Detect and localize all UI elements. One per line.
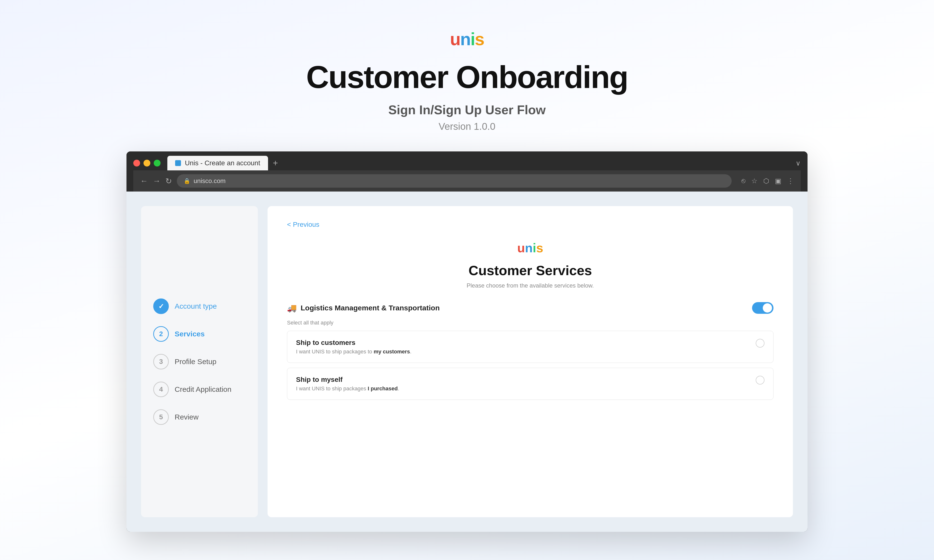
- extensions-icon[interactable]: ⬡: [763, 177, 769, 185]
- step-item-account-type: ✓ Account type: [153, 298, 246, 314]
- option-text-2: Ship to myself I want UNIS to ship packa…: [296, 376, 399, 392]
- browser-tab-active[interactable]: Unis - Create an account: [167, 156, 268, 171]
- step-circle-2: 2: [153, 326, 169, 342]
- browser-titlebar: Unis - Create an account + ∨ ← → ↻ 🔒 uni…: [126, 151, 808, 192]
- step-circle-3: 3: [153, 354, 169, 369]
- tab-collapse-button[interactable]: ∨: [795, 159, 801, 167]
- option-desc-prefix-1: I want UNIS to ship packages to: [296, 349, 372, 355]
- option-card-ship-to-myself[interactable]: Ship to myself I want UNIS to ship packa…: [287, 368, 774, 400]
- previous-button[interactable]: < Previous: [287, 221, 774, 228]
- step-label-1: Account type: [175, 302, 217, 311]
- step-item-credit: 4 Credit Application: [153, 382, 246, 397]
- option-text-1: Ship to customers I want UNIS to ship pa…: [296, 339, 412, 355]
- section-description: Please choose from the available service…: [287, 282, 774, 289]
- back-button[interactable]: ←: [140, 177, 148, 185]
- option-title-1: Ship to customers: [296, 339, 412, 346]
- logo-i: i: [470, 29, 475, 49]
- stepper-sidebar: ✓ Account type 2 Services 3 Profile Setu…: [141, 206, 258, 517]
- browser-dots: [133, 160, 160, 166]
- menu-icon[interactable]: ⋮: [787, 177, 794, 185]
- step-circle-5: 5: [153, 409, 169, 425]
- unis-logo-large: unis: [450, 29, 484, 49]
- browser-content: ✓ Account type 2 Services 3 Profile Setu…: [126, 192, 808, 532]
- step-label-4: Credit Application: [175, 385, 231, 394]
- option-desc-suffix-2: .: [398, 386, 399, 392]
- small-logo-n: n: [525, 241, 533, 255]
- small-logo-s: s: [536, 241, 543, 255]
- page-subtitle: Sign In/Sign Up User Flow: [388, 103, 546, 117]
- address-bar[interactable]: 🔒 unisco.com: [177, 174, 732, 188]
- step-label-5: Review: [175, 413, 199, 421]
- service-label: Logistics Management & Transportation: [301, 304, 440, 312]
- browser-window: Unis - Create an account + ∨ ← → ↻ 🔒 uni…: [126, 151, 808, 532]
- page-header: unis Customer Onboarding Sign In/Sign Up…: [306, 0, 628, 132]
- tab-favicon: [175, 160, 181, 166]
- service-toggle[interactable]: [752, 302, 774, 314]
- star-icon[interactable]: ☆: [751, 177, 757, 185]
- dot-green[interactable]: [154, 160, 160, 166]
- option-desc-prefix-2: I want UNIS to ship packages: [296, 386, 366, 392]
- select-all-label: Select all that apply: [287, 320, 774, 326]
- unis-logo-small: unis: [287, 241, 774, 255]
- option-desc-suffix-1: .: [410, 349, 411, 355]
- option-desc-bold-2: I purchased: [368, 386, 398, 392]
- option-card-ship-to-customers[interactable]: Ship to customers I want UNIS to ship pa…: [287, 331, 774, 363]
- browser-actions: ⎋ ☆ ⬡ ▣ ⋮: [741, 177, 794, 185]
- browser-addressbar: ← → ↻ 🔒 unisco.com ⎋ ☆ ⬡ ▣ ⋮: [133, 171, 801, 192]
- logo-s: s: [475, 29, 484, 49]
- reload-button[interactable]: ↻: [165, 177, 172, 186]
- section-title: Customer Services: [287, 263, 774, 278]
- step-item-services[interactable]: 2 Services: [153, 326, 246, 342]
- page-version: Version 1.0.0: [439, 121, 495, 132]
- service-name: 🚚 Logistics Management & Transportation: [287, 303, 440, 312]
- small-logo-u: u: [517, 241, 525, 255]
- dot-yellow[interactable]: [143, 160, 150, 166]
- option-desc-1: I want UNIS to ship packages to my custo…: [296, 349, 412, 355]
- step-label-3: Profile Setup: [175, 357, 216, 366]
- truck-icon: 🚚: [287, 303, 297, 312]
- tab-title: Unis - Create an account: [185, 159, 260, 167]
- step-label-2: Services: [175, 330, 205, 338]
- step-circle-1: ✓: [153, 298, 169, 314]
- option-title-2: Ship to myself: [296, 376, 399, 383]
- page-title: Customer Onboarding: [306, 59, 628, 95]
- small-logo-i: i: [533, 241, 536, 255]
- logo-u: u: [450, 29, 460, 49]
- share-icon[interactable]: ⎋: [741, 177, 746, 185]
- browser-tabs-row: Unis - Create an account + ∨: [133, 156, 801, 171]
- step-circle-4: 4: [153, 382, 169, 397]
- radio-2[interactable]: [756, 376, 764, 385]
- option-desc-2: I want UNIS to ship packages I purchased…: [296, 386, 399, 392]
- radio-1[interactable]: [756, 339, 764, 348]
- step-item-review: 5 Review: [153, 409, 246, 425]
- step-item-profile-setup: 3 Profile Setup: [153, 354, 246, 369]
- option-desc-bold-1: my customers: [374, 349, 410, 355]
- stepper: ✓ Account type 2 Services 3 Profile Setu…: [153, 298, 246, 425]
- new-tab-button[interactable]: +: [273, 158, 278, 168]
- address-text: unisco.com: [194, 177, 226, 185]
- logo-n: n: [460, 29, 470, 49]
- dot-red[interactable]: [133, 160, 140, 166]
- forward-button[interactable]: →: [153, 177, 160, 185]
- lock-icon: 🔒: [183, 178, 190, 184]
- sidebar-toggle-icon[interactable]: ▣: [775, 177, 781, 185]
- service-toggle-row: 🚚 Logistics Management & Transportation: [287, 301, 774, 315]
- main-content-panel: < Previous unis Customer Services Please…: [268, 206, 793, 517]
